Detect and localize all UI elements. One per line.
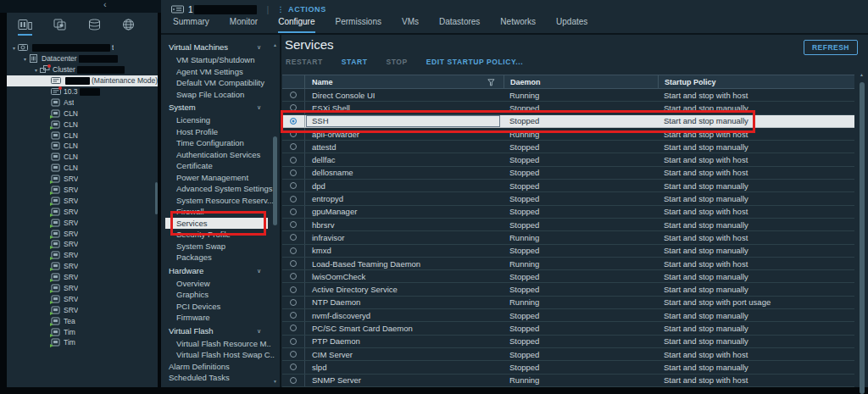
config-nav-item-power-management[interactable]: Power Management — [161, 172, 280, 184]
config-nav-item-firmware[interactable]: Firmware — [161, 312, 280, 324]
service-row[interactable]: Direct Console UI Running Start and stop… — [282, 89, 854, 102]
caret-expanded-icon[interactable]: ▾ — [21, 56, 29, 62]
service-radio[interactable] — [282, 104, 304, 111]
tab-monitor[interactable]: Monitor — [230, 17, 258, 33]
config-section-system[interactable]: System ∨ — [161, 100, 280, 114]
service-radio[interactable] — [282, 377, 304, 384]
service-radio[interactable] — [282, 182, 304, 189]
service-radio[interactable] — [282, 221, 304, 228]
config-section-virtual-machines[interactable]: Virtual Machines ∨ — [161, 40, 280, 54]
config-section-virtual-flash[interactable]: Virtual Flash ∨ — [161, 324, 280, 338]
tree-item[interactable]: (Maintenance Mode) — [7, 75, 158, 86]
config-nav-item-agent-vm-settings[interactable]: Agent VM Settings — [161, 66, 280, 78]
tab-datastores[interactable]: Datastores — [439, 17, 480, 33]
refresh-button[interactable]: REFRESH — [804, 40, 858, 55]
service-radio[interactable] — [282, 273, 304, 280]
config-nav-item-alarm-definitions[interactable]: Alarm Definitions — [161, 361, 280, 373]
tree-item[interactable]: CLN — [7, 130, 158, 141]
tree-item[interactable]: SRV — [7, 206, 158, 217]
tab-summary[interactable]: Summary — [173, 17, 209, 33]
tree-item[interactable]: CLN — [7, 163, 158, 174]
service-row[interactable]: ESXi Shell Stopped Start and stop manual… — [282, 102, 854, 114]
service-radio[interactable] — [282, 143, 304, 150]
service-row[interactable]: hbrsrv Stopped Start and stop manually — [282, 219, 854, 231]
tree-item[interactable]: ▾ Cluster — [7, 64, 158, 75]
tree-scrollbar-thumb[interactable] — [155, 182, 158, 214]
tree-item[interactable]: 10.3 — [7, 86, 158, 97]
service-radio[interactable] — [282, 92, 304, 98]
service-row[interactable]: PC/SC Smart Card Daemon Stopped Start an… — [282, 322, 854, 335]
config-nav-item-virtual-flash-host-swap-c-[interactable]: Virtual Flash Host Swap C.. — [161, 349, 280, 361]
config-section-hardware[interactable]: Hardware ∨ — [161, 264, 280, 278]
service-row[interactable]: PTP Daemon Stopped Start and stop manual… — [282, 336, 854, 348]
service-radio[interactable] — [282, 351, 304, 358]
view-tab-hosts-and-clusters-icon[interactable] — [18, 19, 32, 36]
tree-item[interactable]: SRV — [7, 239, 158, 250]
edit-startup-policy--button[interactable]: EDIT STARTUP POLICY... — [426, 58, 523, 66]
collapse-panel-icon[interactable]: ‹ — [103, 0, 107, 9]
content-scrollbar[interactable]: ▲ ▼ — [858, 72, 867, 394]
tree-item[interactable]: CLN — [7, 119, 158, 130]
start-button[interactable]: START — [342, 58, 368, 66]
tree-item[interactable]: SRV — [7, 304, 158, 315]
tree-item[interactable]: SRV — [7, 195, 158, 206]
filter-funnel-icon[interactable] — [487, 79, 495, 86]
service-row[interactable]: dpd Stopped Start and stop manually — [282, 180, 854, 192]
config-nav-item-pci-devices[interactable]: PCI Devices — [161, 301, 280, 313]
nav-scrollbar-thumb[interactable] — [273, 136, 277, 225]
service-radio[interactable] — [282, 363, 304, 370]
service-row[interactable]: dellfac Stopped Start and stop with host — [282, 153, 854, 166]
restart-button[interactable]: RESTART — [286, 58, 323, 66]
service-row[interactable]: kmxd Stopped Start and stop manually — [282, 245, 854, 258]
tab-vms[interactable]: VMs — [402, 17, 419, 33]
config-nav-item-system-resource-reserv-[interactable]: System Resource Reserv... — [161, 195, 280, 207]
actions-menu-button[interactable]: ⋮ ACTIONS — [276, 5, 326, 14]
tree-item[interactable]: SRV — [7, 272, 158, 283]
config-nav-item-licensing[interactable]: Licensing — [161, 114, 280, 126]
stop-button[interactable]: STOP — [386, 58, 407, 66]
content-scrollbar-thumb[interactable] — [860, 82, 865, 394]
tab-updates[interactable]: Updates — [556, 17, 587, 33]
service-row[interactable]: entropyd Stopped Start and stop manually — [282, 192, 854, 205]
service-radio[interactable] — [282, 118, 304, 125]
tree-item[interactable]: SRV — [7, 185, 158, 196]
service-row[interactable]: dellosname Stopped Start and stop with h… — [282, 167, 854, 180]
tree-item[interactable]: Tim — [7, 326, 158, 337]
config-nav-item-certificate[interactable]: Certificate — [161, 160, 280, 172]
nav-scroll-down-icon[interactable]: ▼ — [273, 379, 277, 384]
service-radio[interactable] — [282, 286, 304, 293]
service-radio[interactable] — [282, 196, 304, 203]
scroll-up-icon[interactable]: ▲ — [860, 72, 864, 77]
config-nav-item-overview[interactable]: Overview — [161, 278, 280, 290]
service-row[interactable]: Load-Based Teaming Daemon Running Start … — [282, 258, 854, 270]
service-row[interactable]: infravisor Running Start and stop with h… — [282, 231, 854, 244]
config-nav-item-firewall[interactable]: Firewall — [161, 206, 280, 218]
tree-item[interactable]: ▾ Datacenter — [7, 53, 158, 64]
service-row[interactable]: lwisOomCheck Stopped Start and stop manu… — [282, 270, 854, 283]
service-row[interactable]: SNMP Server Running Start and stop with … — [282, 375, 854, 387]
service-radio[interactable] — [282, 157, 304, 164]
service-radio[interactable] — [282, 208, 304, 215]
config-nav-item-vm-startup-shutdown[interactable]: VM Startup/Shutdown — [161, 54, 280, 66]
column-header-daemon[interactable]: Daemon — [504, 75, 658, 88]
tree-item[interactable]: CLN — [7, 141, 158, 152]
service-row[interactable]: nvmf-discoveryd Stopped Start and stop m… — [282, 309, 854, 322]
tree-item[interactable]: CLN — [7, 152, 158, 163]
service-radio[interactable] — [282, 260, 304, 267]
service-radio[interactable] — [282, 234, 304, 241]
column-header-startup-policy[interactable]: Startup Policy — [658, 75, 854, 88]
tab-configure[interactable]: Configure — [278, 17, 314, 33]
config-nav-item-virtual-flash-resource-m-[interactable]: Virtual Flash Resource M.. — [161, 338, 280, 350]
tree-item[interactable]: SRV — [7, 250, 158, 261]
service-row[interactable]: Active Directory Service Stopped Start a… — [282, 283, 854, 296]
config-nav-item-authentication-services[interactable]: Authentication Services — [161, 149, 280, 161]
view-tab-networks-icon[interactable] — [122, 19, 135, 36]
config-nav-item-scheduled-tasks[interactable]: Scheduled Tasks — [161, 372, 280, 384]
tree-item[interactable]: Ast — [7, 97, 158, 108]
config-nav-item-packages[interactable]: Packages — [161, 252, 280, 264]
service-row[interactable]: apiForwarder Running Start and stop with… — [282, 128, 854, 141]
service-row[interactable]: gpuManager Stopped Start and stop with h… — [282, 206, 854, 219]
service-row[interactable]: CIM Server Stopped Start and stop with h… — [282, 348, 854, 361]
tree-item[interactable]: SRV — [7, 293, 158, 304]
config-nav-item-swap-file-location[interactable]: Swap File Location — [161, 89, 280, 101]
